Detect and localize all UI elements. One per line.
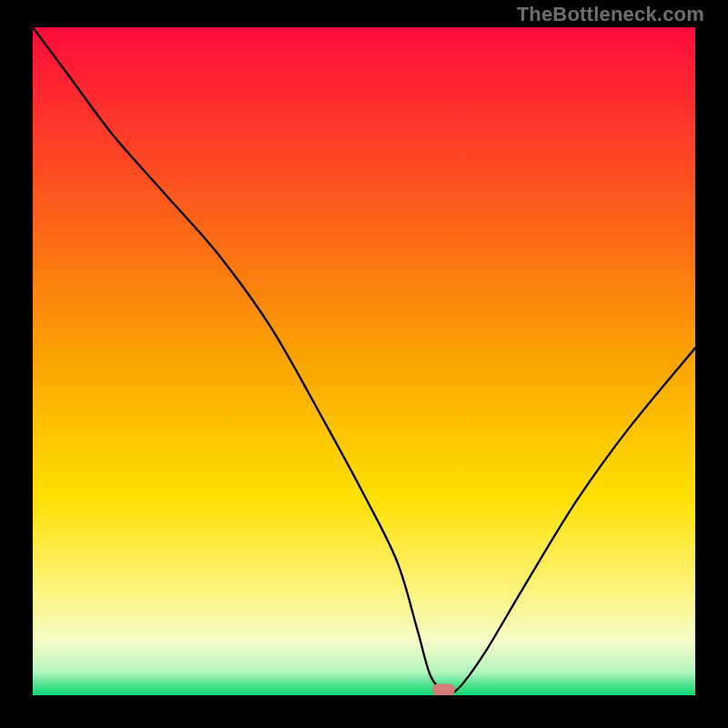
- optimum-marker: [432, 684, 455, 695]
- watermark-text: TheBottleneck.com: [517, 3, 704, 26]
- plot-area: [33, 27, 695, 695]
- chart-frame: TheBottleneck.com: [0, 0, 728, 728]
- gradient-background: [33, 27, 695, 695]
- chart-svg: [33, 27, 695, 695]
